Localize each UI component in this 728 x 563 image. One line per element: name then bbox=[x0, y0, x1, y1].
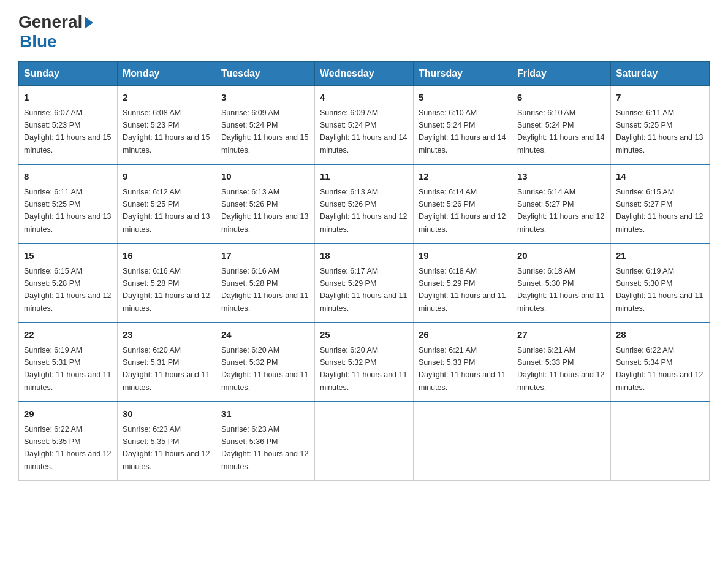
day-number: 29 bbox=[24, 407, 112, 421]
day-info: Sunrise: 6:09 AMSunset: 5:24 PMDaylight:… bbox=[320, 109, 407, 155]
day-info: Sunrise: 6:09 AMSunset: 5:24 PMDaylight:… bbox=[221, 109, 308, 155]
day-info: Sunrise: 6:11 AMSunset: 5:25 PMDaylight:… bbox=[616, 109, 703, 155]
calendar-day-cell: 19Sunrise: 6:18 AMSunset: 5:29 PMDayligh… bbox=[413, 243, 512, 323]
calendar-day-cell: 11Sunrise: 6:13 AMSunset: 5:26 PMDayligh… bbox=[314, 164, 413, 243]
day-number: 15 bbox=[24, 249, 112, 263]
day-info: Sunrise: 6:18 AMSunset: 5:30 PMDaylight:… bbox=[517, 267, 604, 313]
day-number: 5 bbox=[419, 91, 507, 105]
calendar-day-header: Friday bbox=[512, 62, 610, 86]
day-number: 2 bbox=[123, 91, 211, 105]
calendar-day-cell: 7Sunrise: 6:11 AMSunset: 5:25 PMDaylight… bbox=[610, 86, 709, 165]
page-header: General Blue bbox=[18, 12, 710, 52]
calendar-day-cell: 15Sunrise: 6:15 AMSunset: 5:28 PMDayligh… bbox=[19, 243, 118, 323]
calendar-day-cell: 22Sunrise: 6:19 AMSunset: 5:31 PMDayligh… bbox=[19, 323, 118, 402]
calendar-day-header: Wednesday bbox=[314, 62, 413, 86]
calendar-day-cell: 28Sunrise: 6:22 AMSunset: 5:34 PMDayligh… bbox=[610, 323, 709, 402]
day-info: Sunrise: 6:20 AMSunset: 5:31 PMDaylight:… bbox=[123, 346, 210, 392]
calendar-day-cell bbox=[314, 402, 413, 481]
calendar-day-header: Saturday bbox=[610, 62, 709, 86]
calendar-day-cell: 5Sunrise: 6:10 AMSunset: 5:24 PMDaylight… bbox=[413, 86, 512, 165]
day-number: 1 bbox=[24, 91, 112, 105]
day-info: Sunrise: 6:23 AMSunset: 5:35 PMDaylight:… bbox=[123, 425, 210, 471]
day-info: Sunrise: 6:15 AMSunset: 5:28 PMDaylight:… bbox=[24, 267, 111, 313]
logo-general: General bbox=[18, 12, 93, 32]
day-info: Sunrise: 6:20 AMSunset: 5:32 PMDaylight:… bbox=[221, 346, 308, 392]
calendar-week-row: 22Sunrise: 6:19 AMSunset: 5:31 PMDayligh… bbox=[19, 323, 710, 402]
day-number: 11 bbox=[320, 170, 408, 184]
calendar-day-cell: 16Sunrise: 6:16 AMSunset: 5:28 PMDayligh… bbox=[117, 243, 216, 323]
logo-arrow-icon bbox=[85, 17, 93, 29]
day-info: Sunrise: 6:23 AMSunset: 5:36 PMDaylight:… bbox=[221, 425, 308, 471]
day-info: Sunrise: 6:21 AMSunset: 5:33 PMDaylight:… bbox=[517, 346, 604, 392]
day-number: 8 bbox=[24, 170, 112, 184]
day-number: 23 bbox=[123, 328, 211, 342]
calendar-day-cell bbox=[512, 402, 610, 481]
day-info: Sunrise: 6:17 AMSunset: 5:29 PMDaylight:… bbox=[320, 267, 407, 313]
day-info: Sunrise: 6:14 AMSunset: 5:26 PMDaylight:… bbox=[419, 188, 506, 234]
day-info: Sunrise: 6:13 AMSunset: 5:26 PMDaylight:… bbox=[221, 188, 308, 234]
calendar-day-cell: 2Sunrise: 6:08 AMSunset: 5:23 PMDaylight… bbox=[117, 86, 216, 165]
day-info: Sunrise: 6:10 AMSunset: 5:24 PMDaylight:… bbox=[517, 109, 604, 155]
logo-blue-text: Blue bbox=[20, 32, 57, 52]
logo-general-text: General bbox=[18, 12, 82, 32]
calendar-day-cell: 27Sunrise: 6:21 AMSunset: 5:33 PMDayligh… bbox=[512, 323, 610, 402]
calendar-day-cell: 31Sunrise: 6:23 AMSunset: 5:36 PMDayligh… bbox=[216, 402, 314, 481]
calendar-day-cell: 8Sunrise: 6:11 AMSunset: 5:25 PMDaylight… bbox=[19, 164, 118, 243]
day-number: 20 bbox=[517, 249, 605, 263]
day-number: 25 bbox=[320, 328, 408, 342]
calendar-day-cell: 9Sunrise: 6:12 AMSunset: 5:25 PMDaylight… bbox=[117, 164, 216, 243]
day-info: Sunrise: 6:22 AMSunset: 5:34 PMDaylight:… bbox=[616, 346, 703, 392]
day-info: Sunrise: 6:11 AMSunset: 5:25 PMDaylight:… bbox=[24, 188, 111, 234]
calendar-day-cell: 4Sunrise: 6:09 AMSunset: 5:24 PMDaylight… bbox=[314, 86, 413, 165]
calendar-day-cell: 13Sunrise: 6:14 AMSunset: 5:27 PMDayligh… bbox=[512, 164, 610, 243]
day-number: 21 bbox=[616, 249, 704, 263]
day-number: 17 bbox=[221, 249, 309, 263]
day-info: Sunrise: 6:18 AMSunset: 5:29 PMDaylight:… bbox=[419, 267, 506, 313]
calendar-day-cell: 23Sunrise: 6:20 AMSunset: 5:31 PMDayligh… bbox=[117, 323, 216, 402]
day-number: 9 bbox=[123, 170, 211, 184]
day-number: 16 bbox=[123, 249, 211, 263]
calendar-day-cell bbox=[413, 402, 512, 481]
day-number: 14 bbox=[616, 170, 704, 184]
calendar-day-header: Thursday bbox=[413, 62, 512, 86]
day-info: Sunrise: 6:19 AMSunset: 5:30 PMDaylight:… bbox=[616, 267, 703, 313]
day-number: 13 bbox=[517, 170, 605, 184]
calendar-day-cell: 26Sunrise: 6:21 AMSunset: 5:33 PMDayligh… bbox=[413, 323, 512, 402]
calendar-day-cell: 3Sunrise: 6:09 AMSunset: 5:24 PMDaylight… bbox=[216, 86, 314, 165]
calendar-day-cell: 10Sunrise: 6:13 AMSunset: 5:26 PMDayligh… bbox=[216, 164, 314, 243]
day-info: Sunrise: 6:12 AMSunset: 5:25 PMDaylight:… bbox=[123, 188, 210, 234]
calendar-day-cell: 12Sunrise: 6:14 AMSunset: 5:26 PMDayligh… bbox=[413, 164, 512, 243]
day-number: 10 bbox=[221, 170, 309, 184]
calendar-day-cell: 1Sunrise: 6:07 AMSunset: 5:23 PMDaylight… bbox=[19, 86, 118, 165]
day-number: 24 bbox=[221, 328, 309, 342]
calendar-day-cell: 30Sunrise: 6:23 AMSunset: 5:35 PMDayligh… bbox=[117, 402, 216, 481]
calendar-day-header: Sunday bbox=[19, 62, 118, 86]
day-number: 4 bbox=[320, 91, 408, 105]
day-info: Sunrise: 6:20 AMSunset: 5:32 PMDaylight:… bbox=[320, 346, 407, 392]
day-info: Sunrise: 6:15 AMSunset: 5:27 PMDaylight:… bbox=[616, 188, 703, 234]
day-info: Sunrise: 6:08 AMSunset: 5:23 PMDaylight:… bbox=[123, 109, 210, 155]
day-number: 30 bbox=[123, 407, 211, 421]
day-number: 3 bbox=[221, 91, 309, 105]
day-info: Sunrise: 6:07 AMSunset: 5:23 PMDaylight:… bbox=[24, 109, 111, 155]
day-number: 12 bbox=[419, 170, 507, 184]
day-number: 27 bbox=[517, 328, 605, 342]
day-number: 7 bbox=[616, 91, 704, 105]
day-info: Sunrise: 6:16 AMSunset: 5:28 PMDaylight:… bbox=[221, 267, 308, 313]
calendar-week-row: 29Sunrise: 6:22 AMSunset: 5:35 PMDayligh… bbox=[19, 402, 710, 481]
calendar-day-header: Tuesday bbox=[216, 62, 314, 86]
calendar-day-cell: 21Sunrise: 6:19 AMSunset: 5:30 PMDayligh… bbox=[610, 243, 709, 323]
calendar-day-cell: 25Sunrise: 6:20 AMSunset: 5:32 PMDayligh… bbox=[314, 323, 413, 402]
day-number: 19 bbox=[419, 249, 507, 263]
calendar-day-cell: 29Sunrise: 6:22 AMSunset: 5:35 PMDayligh… bbox=[19, 402, 118, 481]
day-number: 22 bbox=[24, 328, 112, 342]
calendar-day-cell bbox=[610, 402, 709, 481]
calendar-week-row: 1Sunrise: 6:07 AMSunset: 5:23 PMDaylight… bbox=[19, 86, 710, 165]
day-number: 31 bbox=[221, 407, 309, 421]
day-info: Sunrise: 6:21 AMSunset: 5:33 PMDaylight:… bbox=[419, 346, 506, 392]
calendar-table: SundayMondayTuesdayWednesdayThursdayFrid… bbox=[18, 61, 710, 481]
day-info: Sunrise: 6:19 AMSunset: 5:31 PMDaylight:… bbox=[24, 346, 111, 392]
calendar-week-row: 15Sunrise: 6:15 AMSunset: 5:28 PMDayligh… bbox=[19, 243, 710, 323]
day-number: 28 bbox=[616, 328, 704, 342]
calendar-day-header: Monday bbox=[117, 62, 216, 86]
